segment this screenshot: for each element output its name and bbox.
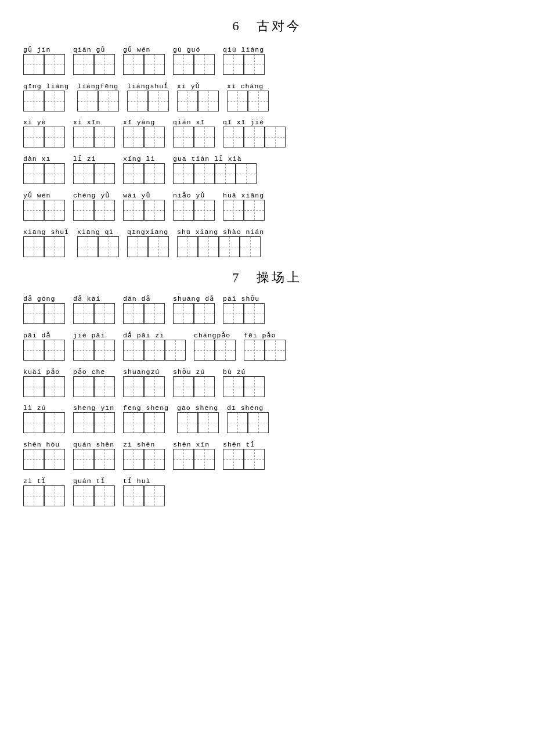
char-box <box>173 303 194 324</box>
char-box <box>144 376 165 397</box>
char-boxes <box>73 449 115 470</box>
char-box <box>244 449 265 470</box>
char-box <box>173 163 194 184</box>
page-content: 6 古对今 gǔ jīnqiān gǔgǔ wéngù guóqiū liáng… <box>23 17 511 507</box>
word-item: xì yǔ <box>177 82 219 111</box>
char-box <box>173 449 194 470</box>
pinyin-label: dī shēng <box>227 404 264 412</box>
word-item: qiān gǔ <box>73 45 115 75</box>
char-boxes <box>23 91 65 111</box>
word-item: xiāng shuǐ <box>23 228 69 257</box>
char-box <box>173 200 194 221</box>
pinyin-label: shū xiāng shào nián <box>177 228 264 236</box>
word-item: gāo shēng <box>177 404 219 433</box>
pinyin-label: liángfēng <box>77 82 118 90</box>
char-box <box>244 127 265 147</box>
word-item: guā tián lǐ xià <box>173 154 257 184</box>
word-item: shū xiāng shào nián <box>177 228 264 257</box>
char-boxes <box>123 449 165 470</box>
word-item: zì shēn <box>123 441 165 470</box>
pinyin-label: jié pāi <box>73 332 105 339</box>
char-boxes <box>123 163 165 184</box>
char-box <box>144 340 165 361</box>
char-box <box>177 91 198 111</box>
char-box <box>73 163 94 184</box>
char-box <box>73 54 94 75</box>
char-boxes <box>173 127 215 147</box>
word-row: shēn hòuquán shēnzì shēnshēn xīnshēn tǐ <box>23 440 511 470</box>
char-box <box>73 412 94 433</box>
char-boxes <box>123 485 165 506</box>
char-box <box>144 412 165 433</box>
char-boxes <box>127 236 169 257</box>
word-item: shuāng dǎ <box>173 294 215 324</box>
char-box <box>73 376 94 397</box>
char-box <box>144 127 165 147</box>
char-boxes <box>127 91 169 111</box>
word-item: gǔ jīn <box>23 45 65 75</box>
pinyin-label: bù zú <box>223 368 246 376</box>
char-boxes <box>73 163 115 184</box>
pinyin-label: yǔ wén <box>23 191 50 199</box>
word-item: gǔ wén <box>123 45 165 75</box>
pinyin-label: xì cháng <box>227 82 264 90</box>
char-boxes <box>173 449 215 470</box>
pinyin-label: shēn hòu <box>23 441 60 448</box>
word-item: wài yǔ <box>123 191 165 221</box>
pinyin-label: pāi dǎ <box>23 331 50 339</box>
char-box <box>44 340 65 361</box>
pinyin-label: wài yǔ <box>123 191 150 199</box>
char-box <box>23 449 44 470</box>
pinyin-label: chéng yǔ <box>73 191 110 199</box>
word-row: kuài pǎopǎo chēshuāngzúshǒu zúbù zú <box>23 368 511 397</box>
char-box <box>123 412 144 433</box>
char-box <box>94 376 115 397</box>
char-boxes <box>23 412 65 433</box>
word-item: zì tǐ <box>23 477 65 506</box>
char-box <box>94 340 115 361</box>
word-item: chéng yǔ <box>73 191 115 221</box>
char-box <box>44 163 65 184</box>
char-box <box>73 340 94 361</box>
word-item: shuāngzú <box>123 368 165 397</box>
char-box <box>94 485 115 506</box>
char-box <box>236 163 257 184</box>
char-box <box>123 485 144 506</box>
pinyin-label: quán tǐ <box>73 477 105 485</box>
word-item: niǎo yǔ <box>173 191 215 221</box>
char-box <box>219 236 240 257</box>
char-box <box>173 127 194 147</box>
char-boxes <box>223 376 265 397</box>
char-boxes <box>244 340 286 361</box>
char-box <box>148 236 169 257</box>
char-box <box>223 54 244 75</box>
char-box <box>223 303 244 324</box>
word-row: xì yèxì xīnxī yángqián xīqī xī jié <box>23 118 511 147</box>
char-box <box>173 376 194 397</box>
word-item: dǎ pāi zi <box>123 331 186 361</box>
char-boxes <box>227 412 269 433</box>
word-item: qīng liáng <box>23 82 69 111</box>
char-boxes <box>194 340 236 361</box>
char-box <box>144 54 165 75</box>
pinyin-label: lì zú <box>23 404 46 412</box>
pinyin-label: qī xī jié <box>223 118 264 126</box>
char-box <box>44 54 65 75</box>
char-box <box>73 127 94 147</box>
pinyin-label: guā tián lǐ xià <box>173 154 242 163</box>
char-box <box>144 449 165 470</box>
pinyin-label: dǎ kāi <box>73 294 100 303</box>
char-box <box>44 412 65 433</box>
char-boxes <box>223 303 265 324</box>
char-box <box>227 412 248 433</box>
pinyin-label: fēi pǎo <box>244 331 276 339</box>
word-item: bù zú <box>223 368 265 397</box>
word-item: jié pāi <box>73 332 115 361</box>
word-item: shēng yīn <box>73 404 115 433</box>
pinyin-label: kuài pǎo <box>23 368 60 376</box>
pinyin-label: gāo shēng <box>177 404 218 412</box>
word-item: xì cháng <box>227 82 269 111</box>
word-item: qián xī <box>173 118 215 147</box>
char-box <box>177 412 198 433</box>
char-boxes <box>23 236 65 257</box>
